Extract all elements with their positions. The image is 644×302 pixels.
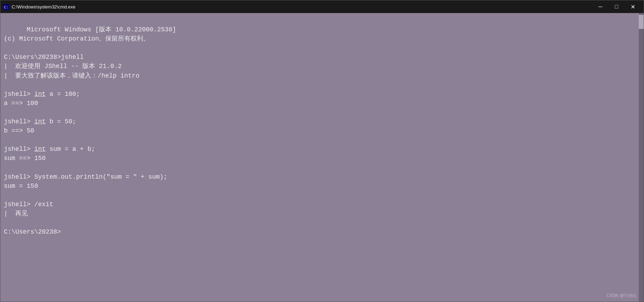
terminal-output: Microsoft Windows [版本 10.0.22000.2538] (… [4,16,640,246]
keyword-int-2: int [34,118,45,125]
maximize-button[interactable]: □ [608,0,625,13]
close-button[interactable]: ✕ [625,0,641,13]
title-bar: C: C:\Windows\system32\cmd.exe ─ □ ✕ [0,0,644,13]
minimize-button[interactable]: ─ [592,0,608,13]
svg-text:C:: C: [4,5,8,10]
window-title: C:\Windows\system32\cmd.exe [12,4,75,10]
cmd-icon: C: [3,4,9,10]
window-controls: ─ □ ✕ [592,0,641,13]
cmd-window: C: C:\Windows\system32\cmd.exe ─ □ ✕ Mic… [0,0,644,302]
watermark: CSDN @只待白 [606,293,637,299]
terminal-body[interactable]: Microsoft Windows [版本 10.0.22000.2538] (… [0,13,644,302]
keyword-int-1: int [34,91,45,98]
scrollbar[interactable] [639,13,644,302]
scrollbar-thumb[interactable] [639,15,644,29]
keyword-int-3: int [34,146,45,153]
line-win-version: Microsoft Windows [版本 10.0.22000.2538] (… [4,26,176,235]
title-bar-left: C: C:\Windows\system32\cmd.exe [3,4,75,10]
